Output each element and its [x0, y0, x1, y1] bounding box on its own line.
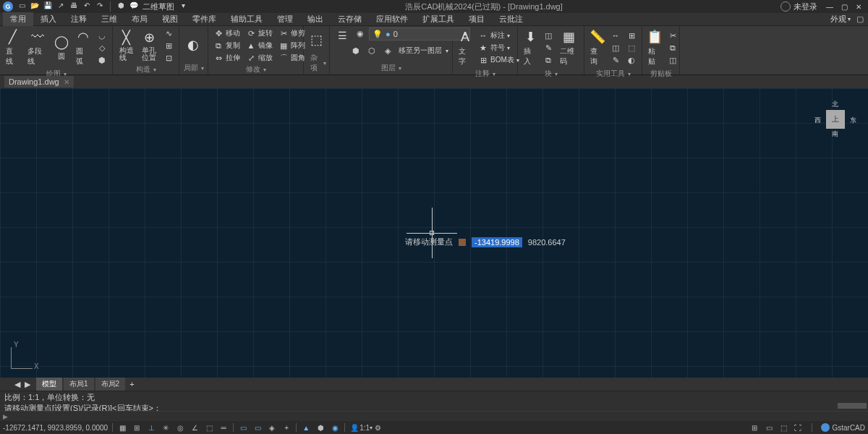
construct-e2[interactable]: ⊞	[161, 40, 176, 51]
polyline-button[interactable]: 〰多段线	[25, 27, 50, 68]
draw-extra3[interactable]: ⬢	[95, 54, 109, 66]
otrack-toggle-icon[interactable]: ∠	[190, 422, 200, 433]
open-icon[interactable]: 📂	[30, 1, 39, 10]
line-button[interactable]: ╱直线	[3, 27, 23, 68]
app-logo-icon[interactable]: G	[3, 1, 13, 12]
nav-north[interactable]: 北	[832, 100, 838, 109]
construct-line-button[interactable]: ╳构造 线	[116, 28, 137, 63]
chat-icon[interactable]: 💬	[129, 1, 138, 10]
copy2-button[interactable]: ⧉	[665, 42, 680, 54]
fillet-button[interactable]: ⌒圆角	[276, 52, 307, 64]
tab-common[interactable]: 常用	[3, 12, 33, 26]
block-e1[interactable]: ◫	[541, 30, 556, 41]
tooltip-x-value[interactable]: -13419.9998	[472, 237, 522, 247]
drawing-canvas[interactable]: // grid drawn below via JS insertion aft…	[0, 88, 868, 378]
layout1-tab[interactable]: 布局1	[64, 378, 94, 391]
lwt-toggle-icon[interactable]: ═	[218, 422, 229, 433]
block-e2[interactable]: ✎	[541, 42, 556, 54]
nav-east[interactable]: 东	[850, 116, 856, 125]
minimize-button[interactable]: —	[823, 1, 836, 12]
layer-t4[interactable]: ◈	[380, 45, 395, 56]
close-tab-icon[interactable]: ✕	[64, 78, 69, 86]
nav-south[interactable]: 南	[832, 129, 838, 139]
scale-button[interactable]: ⤢缩放	[244, 52, 275, 64]
workspace-icon[interactable]: ⬢	[116, 1, 125, 10]
move-to-layer-button[interactable]: 移至另一图层▾	[396, 45, 451, 56]
layer-props-button[interactable]: ☰	[333, 27, 352, 43]
command-scrollbar[interactable]	[838, 403, 867, 409]
block-e3[interactable]: ⧉	[541, 54, 556, 66]
tab-layout[interactable]: 布局	[124, 12, 155, 26]
tab-manage[interactable]: 管理	[270, 12, 300, 26]
layer-tool1[interactable]: ◉	[353, 27, 367, 39]
layer-t2[interactable]: ⬢	[349, 45, 363, 56]
tab-view[interactable]: 视图	[155, 12, 185, 26]
construct-e3[interactable]: ⊡	[161, 52, 176, 64]
tab-aux[interactable]: 辅助工具	[224, 12, 270, 26]
osnap-toggle-icon[interactable]: ◎	[175, 422, 185, 433]
util-e6[interactable]: ◐	[624, 54, 639, 66]
status-e4[interactable]: +	[281, 422, 292, 433]
login-status[interactable]: 未登录	[780, 1, 817, 12]
status-r2[interactable]: ▭	[764, 422, 774, 433]
appearance-dropdown-icon[interactable]: ▾	[848, 16, 851, 22]
status-e6[interactable]: ◉	[330, 422, 340, 433]
command-input[interactable]	[12, 412, 865, 421]
layout2-tab[interactable]: 布局2	[95, 378, 126, 391]
dim-button[interactable]: ↔标注▾	[476, 30, 522, 41]
tab-3d[interactable]: 三维	[94, 12, 124, 26]
export-icon[interactable]: ↗	[56, 1, 65, 10]
util-e3[interactable]: ✎	[608, 54, 623, 66]
view-cube[interactable]: 上 北 南 东 西	[817, 101, 854, 137]
tab-output[interactable]: 输出	[300, 12, 331, 26]
rotate-button[interactable]: ⟳旋转	[244, 27, 275, 39]
model-tab[interactable]: 模型	[36, 378, 62, 391]
query-button[interactable]: 📏查询	[587, 27, 607, 68]
save-icon[interactable]: 💾	[43, 1, 52, 10]
stretch-button[interactable]: ⇔拉伸	[211, 52, 242, 64]
status-e3[interactable]: ◈	[267, 422, 277, 433]
trim-button[interactable]: ✂修剪	[276, 27, 307, 39]
tab-cloud[interactable]: 云存储	[331, 12, 369, 26]
dropdown-icon[interactable]: ▾	[179, 1, 187, 10]
workspace-label[interactable]: 二维草图	[142, 1, 174, 12]
nav-west[interactable]: 西	[814, 116, 821, 125]
insert-button[interactable]: ⬇插入	[521, 27, 540, 68]
copy-button[interactable]: ⧉复制	[211, 40, 242, 51]
status-r3[interactable]: ⬚	[778, 422, 788, 433]
iso-toggle-icon[interactable]: ▲	[301, 422, 311, 433]
util-e4[interactable]: ⊞	[624, 30, 639, 41]
new-icon[interactable]: ▭	[17, 1, 26, 10]
close-button[interactable]: ✕	[852, 1, 865, 12]
cut-button[interactable]: ✂	[665, 30, 680, 41]
paste-button[interactable]: 📋粘贴	[645, 27, 664, 68]
status-e5[interactable]: ⬢	[315, 422, 326, 433]
status-e2[interactable]: ▭	[252, 422, 263, 433]
layout-nav-right-icon[interactable]: ▶	[25, 380, 30, 389]
panel-construct-expand-icon[interactable]: ▾	[153, 67, 156, 73]
bom-button[interactable]: ⊞BOM表▾	[476, 54, 522, 66]
clip-e3[interactable]: ◫	[665, 54, 680, 66]
appearance-label[interactable]: 外观	[830, 14, 846, 25]
tab-annotate[interactable]: 注释	[64, 12, 94, 26]
text-button[interactable]: A文字	[456, 27, 475, 68]
draw-extra1[interactable]: ◡	[95, 30, 109, 41]
maximize-button[interactable]: ▢	[838, 1, 851, 12]
ortho-toggle-icon[interactable]: ⊥	[146, 422, 156, 433]
move-button[interactable]: ✥移动	[211, 27, 242, 39]
print-icon[interactable]: 🖶	[69, 1, 78, 10]
misc-button[interactable]: ⬚	[307, 30, 326, 49]
file-tab-drawing1[interactable]: Drawing1.dwg ✕	[4, 76, 74, 88]
util-e5[interactable]: ⬚	[624, 42, 639, 54]
arc-button[interactable]: ◠圆弧	[73, 27, 93, 68]
draw-extra2[interactable]: ◇	[95, 42, 109, 54]
util-e2[interactable]: ◫	[608, 42, 623, 54]
gear-icon[interactable]: ⚙	[373, 422, 383, 433]
undo-icon[interactable]: ↶	[82, 1, 91, 10]
layout-nav-left-icon[interactable]: ◀	[14, 380, 20, 389]
scale-label[interactable]: 1:1	[359, 424, 370, 432]
viewcube-top[interactable]: 上	[826, 110, 845, 129]
add-layout-icon[interactable]: +	[129, 380, 134, 388]
partial-button[interactable]: ◐	[182, 35, 204, 54]
layer-t3[interactable]: ⬡	[365, 45, 379, 56]
